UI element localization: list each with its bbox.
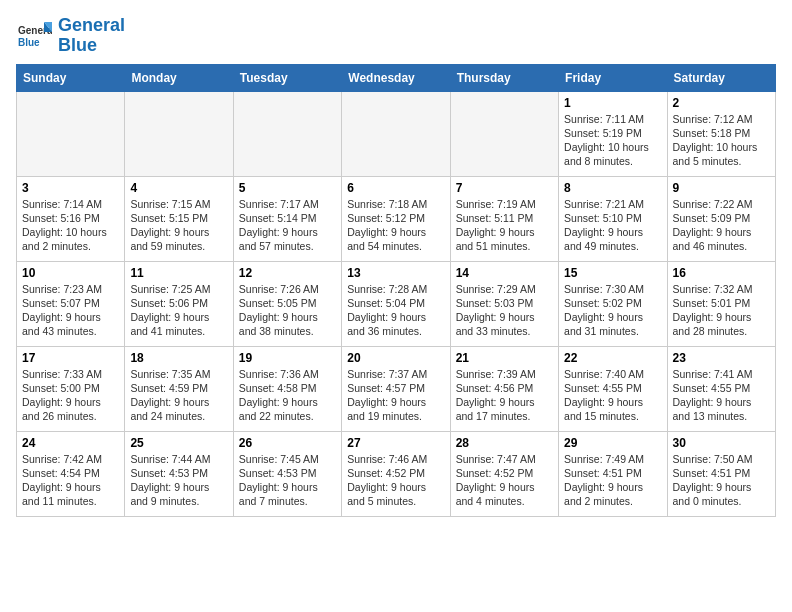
calendar-day-cell: 6Sunrise: 7:18 AM Sunset: 5:12 PM Daylig…	[342, 176, 450, 261]
day-info: Sunrise: 7:32 AM Sunset: 5:01 PM Dayligh…	[673, 282, 770, 339]
day-number: 2	[673, 96, 770, 110]
day-info: Sunrise: 7:49 AM Sunset: 4:51 PM Dayligh…	[564, 452, 661, 509]
day-number: 27	[347, 436, 444, 450]
day-info: Sunrise: 7:35 AM Sunset: 4:59 PM Dayligh…	[130, 367, 227, 424]
day-info: Sunrise: 7:19 AM Sunset: 5:11 PM Dayligh…	[456, 197, 553, 254]
calendar-day-cell: 16Sunrise: 7:32 AM Sunset: 5:01 PM Dayli…	[667, 261, 775, 346]
day-number: 16	[673, 266, 770, 280]
day-info: Sunrise: 7:25 AM Sunset: 5:06 PM Dayligh…	[130, 282, 227, 339]
calendar-day-cell: 2Sunrise: 7:12 AM Sunset: 5:18 PM Daylig…	[667, 91, 775, 176]
calendar-day-cell: 9Sunrise: 7:22 AM Sunset: 5:09 PM Daylig…	[667, 176, 775, 261]
calendar-day-cell	[125, 91, 233, 176]
day-info: Sunrise: 7:45 AM Sunset: 4:53 PM Dayligh…	[239, 452, 336, 509]
day-number: 7	[456, 181, 553, 195]
day-number: 25	[130, 436, 227, 450]
day-info: Sunrise: 7:15 AM Sunset: 5:15 PM Dayligh…	[130, 197, 227, 254]
calendar-day-cell: 8Sunrise: 7:21 AM Sunset: 5:10 PM Daylig…	[559, 176, 667, 261]
day-number: 24	[22, 436, 119, 450]
calendar-day-cell: 20Sunrise: 7:37 AM Sunset: 4:57 PM Dayli…	[342, 346, 450, 431]
day-info: Sunrise: 7:29 AM Sunset: 5:03 PM Dayligh…	[456, 282, 553, 339]
calendar-day-cell: 19Sunrise: 7:36 AM Sunset: 4:58 PM Dayli…	[233, 346, 341, 431]
day-info: Sunrise: 7:18 AM Sunset: 5:12 PM Dayligh…	[347, 197, 444, 254]
calendar-day-cell: 28Sunrise: 7:47 AM Sunset: 4:52 PM Dayli…	[450, 431, 558, 516]
calendar-day-cell: 21Sunrise: 7:39 AM Sunset: 4:56 PM Dayli…	[450, 346, 558, 431]
day-number: 4	[130, 181, 227, 195]
day-number: 1	[564, 96, 661, 110]
day-info: Sunrise: 7:41 AM Sunset: 4:55 PM Dayligh…	[673, 367, 770, 424]
calendar-day-cell: 5Sunrise: 7:17 AM Sunset: 5:14 PM Daylig…	[233, 176, 341, 261]
day-number: 13	[347, 266, 444, 280]
svg-text:Blue: Blue	[18, 37, 40, 48]
day-info: Sunrise: 7:50 AM Sunset: 4:51 PM Dayligh…	[673, 452, 770, 509]
calendar-day-cell: 3Sunrise: 7:14 AM Sunset: 5:16 PM Daylig…	[17, 176, 125, 261]
calendar-day-cell: 30Sunrise: 7:50 AM Sunset: 4:51 PM Dayli…	[667, 431, 775, 516]
calendar-day-cell: 29Sunrise: 7:49 AM Sunset: 4:51 PM Dayli…	[559, 431, 667, 516]
logo: General Blue General Blue	[16, 16, 125, 56]
day-info: Sunrise: 7:37 AM Sunset: 4:57 PM Dayligh…	[347, 367, 444, 424]
calendar-day-cell	[233, 91, 341, 176]
calendar-day-cell: 11Sunrise: 7:25 AM Sunset: 5:06 PM Dayli…	[125, 261, 233, 346]
calendar-table: SundayMondayTuesdayWednesdayThursdayFrid…	[16, 64, 776, 517]
day-info: Sunrise: 7:21 AM Sunset: 5:10 PM Dayligh…	[564, 197, 661, 254]
calendar-day-cell: 4Sunrise: 7:15 AM Sunset: 5:15 PM Daylig…	[125, 176, 233, 261]
day-number: 26	[239, 436, 336, 450]
day-number: 18	[130, 351, 227, 365]
logo-text: General Blue	[58, 16, 125, 56]
day-info: Sunrise: 7:17 AM Sunset: 5:14 PM Dayligh…	[239, 197, 336, 254]
calendar-week-row: 3Sunrise: 7:14 AM Sunset: 5:16 PM Daylig…	[17, 176, 776, 261]
day-number: 10	[22, 266, 119, 280]
day-number: 14	[456, 266, 553, 280]
day-info: Sunrise: 7:11 AM Sunset: 5:19 PM Dayligh…	[564, 112, 661, 169]
day-number: 5	[239, 181, 336, 195]
page-header: General Blue General Blue	[16, 16, 776, 56]
weekday-header: Monday	[125, 64, 233, 91]
day-info: Sunrise: 7:26 AM Sunset: 5:05 PM Dayligh…	[239, 282, 336, 339]
day-info: Sunrise: 7:36 AM Sunset: 4:58 PM Dayligh…	[239, 367, 336, 424]
day-info: Sunrise: 7:33 AM Sunset: 5:00 PM Dayligh…	[22, 367, 119, 424]
logo-icon: General Blue	[16, 18, 52, 54]
calendar-day-cell	[450, 91, 558, 176]
day-info: Sunrise: 7:23 AM Sunset: 5:07 PM Dayligh…	[22, 282, 119, 339]
calendar-day-cell: 22Sunrise: 7:40 AM Sunset: 4:55 PM Dayli…	[559, 346, 667, 431]
calendar-day-cell: 17Sunrise: 7:33 AM Sunset: 5:00 PM Dayli…	[17, 346, 125, 431]
day-number: 8	[564, 181, 661, 195]
day-number: 22	[564, 351, 661, 365]
calendar-week-row: 17Sunrise: 7:33 AM Sunset: 5:00 PM Dayli…	[17, 346, 776, 431]
calendar-day-cell: 25Sunrise: 7:44 AM Sunset: 4:53 PM Dayli…	[125, 431, 233, 516]
calendar-day-cell: 23Sunrise: 7:41 AM Sunset: 4:55 PM Dayli…	[667, 346, 775, 431]
calendar-day-cell	[17, 91, 125, 176]
calendar-week-row: 24Sunrise: 7:42 AM Sunset: 4:54 PM Dayli…	[17, 431, 776, 516]
weekday-header: Tuesday	[233, 64, 341, 91]
weekday-header: Sunday	[17, 64, 125, 91]
day-number: 19	[239, 351, 336, 365]
day-info: Sunrise: 7:12 AM Sunset: 5:18 PM Dayligh…	[673, 112, 770, 169]
calendar-day-cell: 27Sunrise: 7:46 AM Sunset: 4:52 PM Dayli…	[342, 431, 450, 516]
day-info: Sunrise: 7:40 AM Sunset: 4:55 PM Dayligh…	[564, 367, 661, 424]
calendar-day-cell: 15Sunrise: 7:30 AM Sunset: 5:02 PM Dayli…	[559, 261, 667, 346]
calendar-day-cell: 13Sunrise: 7:28 AM Sunset: 5:04 PM Dayli…	[342, 261, 450, 346]
day-number: 17	[22, 351, 119, 365]
calendar-day-cell: 1Sunrise: 7:11 AM Sunset: 5:19 PM Daylig…	[559, 91, 667, 176]
day-number: 6	[347, 181, 444, 195]
day-info: Sunrise: 7:22 AM Sunset: 5:09 PM Dayligh…	[673, 197, 770, 254]
day-number: 23	[673, 351, 770, 365]
day-number: 15	[564, 266, 661, 280]
day-number: 3	[22, 181, 119, 195]
day-number: 29	[564, 436, 661, 450]
day-info: Sunrise: 7:42 AM Sunset: 4:54 PM Dayligh…	[22, 452, 119, 509]
weekday-header: Friday	[559, 64, 667, 91]
calendar-day-cell: 12Sunrise: 7:26 AM Sunset: 5:05 PM Dayli…	[233, 261, 341, 346]
calendar-day-cell: 18Sunrise: 7:35 AM Sunset: 4:59 PM Dayli…	[125, 346, 233, 431]
calendar-day-cell: 14Sunrise: 7:29 AM Sunset: 5:03 PM Dayli…	[450, 261, 558, 346]
calendar-day-cell: 10Sunrise: 7:23 AM Sunset: 5:07 PM Dayli…	[17, 261, 125, 346]
calendar-day-cell: 24Sunrise: 7:42 AM Sunset: 4:54 PM Dayli…	[17, 431, 125, 516]
day-info: Sunrise: 7:14 AM Sunset: 5:16 PM Dayligh…	[22, 197, 119, 254]
calendar-week-row: 10Sunrise: 7:23 AM Sunset: 5:07 PM Dayli…	[17, 261, 776, 346]
weekday-header: Saturday	[667, 64, 775, 91]
calendar-day-cell: 7Sunrise: 7:19 AM Sunset: 5:11 PM Daylig…	[450, 176, 558, 261]
day-number: 20	[347, 351, 444, 365]
day-number: 21	[456, 351, 553, 365]
day-info: Sunrise: 7:30 AM Sunset: 5:02 PM Dayligh…	[564, 282, 661, 339]
calendar-day-cell: 26Sunrise: 7:45 AM Sunset: 4:53 PM Dayli…	[233, 431, 341, 516]
day-number: 9	[673, 181, 770, 195]
